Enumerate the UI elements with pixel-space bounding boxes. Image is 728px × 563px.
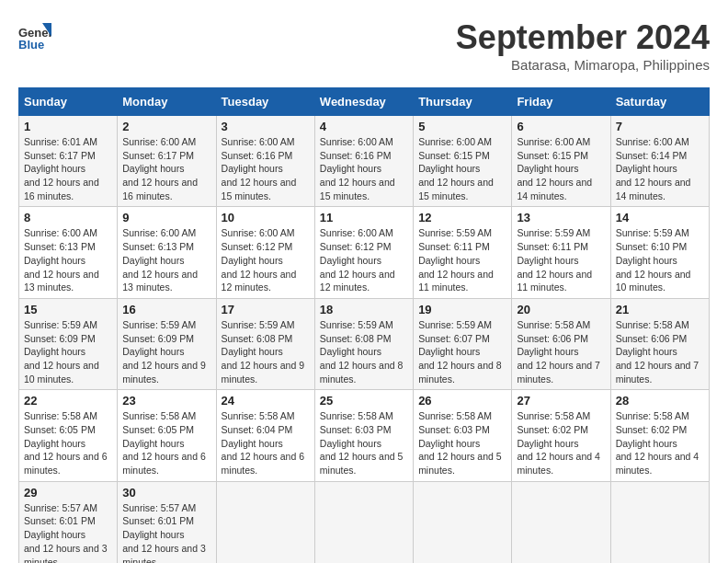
day-info: Sunrise: 5:59 AMSunset: 6:09 PMDaylight … xyxy=(122,319,206,385)
day-number: 28 xyxy=(616,394,704,408)
day-number: 13 xyxy=(517,211,605,224)
day-info: Sunrise: 5:57 AMSunset: 6:01 PMDaylight … xyxy=(122,502,206,563)
weekday-header-friday: Friday xyxy=(512,88,610,116)
table-row xyxy=(414,481,512,563)
day-number: 10 xyxy=(222,211,310,224)
day-number: 5 xyxy=(418,120,506,133)
day-number: 30 xyxy=(122,486,210,500)
table-row xyxy=(610,481,709,563)
table-row: 4Sunrise: 6:00 AMSunset: 6:16 PMDaylight… xyxy=(314,116,413,207)
day-number: 22 xyxy=(24,394,112,408)
svg-text:Blue: Blue xyxy=(18,38,44,52)
table-row: 1Sunrise: 6:01 AMSunset: 6:17 PMDaylight… xyxy=(19,116,118,207)
day-info: Sunrise: 6:00 AMSunset: 6:14 PMDaylight … xyxy=(616,136,691,201)
day-info: Sunrise: 5:57 AMSunset: 6:01 PMDaylight … xyxy=(24,502,108,563)
table-row: 30Sunrise: 5:57 AMSunset: 6:01 PMDayligh… xyxy=(118,481,216,563)
day-info: Sunrise: 5:58 AMSunset: 6:03 PMDaylight … xyxy=(320,410,404,476)
day-info: Sunrise: 5:58 AMSunset: 6:05 PMDaylight … xyxy=(24,410,108,476)
table-row: 8Sunrise: 6:00 AMSunset: 6:13 PMDaylight… xyxy=(19,207,118,298)
day-number: 19 xyxy=(418,303,506,316)
table-row: 23Sunrise: 5:58 AMSunset: 6:05 PMDayligh… xyxy=(118,390,216,481)
day-info: Sunrise: 5:58 AMSunset: 6:02 PMDaylight … xyxy=(616,410,700,476)
weekday-header-tuesday: Tuesday xyxy=(216,88,314,116)
day-info: Sunrise: 6:00 AMSunset: 6:15 PMDaylight … xyxy=(418,136,494,201)
table-row: 24Sunrise: 5:58 AMSunset: 6:04 PMDayligh… xyxy=(216,390,314,481)
day-number: 6 xyxy=(517,120,605,133)
day-number: 14 xyxy=(616,211,704,224)
day-info: Sunrise: 5:59 AMSunset: 6:08 PMDaylight … xyxy=(222,319,305,385)
location: Batarasa, Mimaropa, Philippines xyxy=(456,57,710,73)
day-number: 25 xyxy=(320,394,408,408)
weekday-header-monday: Monday xyxy=(118,88,216,116)
table-row: 10Sunrise: 6:00 AMSunset: 6:12 PMDayligh… xyxy=(216,207,314,298)
day-number: 20 xyxy=(517,303,605,316)
table-row: 7Sunrise: 6:00 AMSunset: 6:14 PMDaylight… xyxy=(610,116,709,207)
day-number: 3 xyxy=(222,120,310,133)
table-row: 28Sunrise: 5:58 AMSunset: 6:02 PMDayligh… xyxy=(610,390,709,481)
table-row: 19Sunrise: 5:59 AMSunset: 6:07 PMDayligh… xyxy=(414,298,512,389)
table-row: 13Sunrise: 5:59 AMSunset: 6:11 PMDayligh… xyxy=(512,207,610,298)
day-info: Sunrise: 5:59 AMSunset: 6:11 PMDaylight … xyxy=(418,227,494,293)
logo: General Blue xyxy=(18,18,55,52)
table-row: 27Sunrise: 5:58 AMSunset: 6:02 PMDayligh… xyxy=(512,390,610,481)
day-info: Sunrise: 5:58 AMSunset: 6:05 PMDaylight … xyxy=(122,410,206,476)
day-info: Sunrise: 5:59 AMSunset: 6:11 PMDaylight … xyxy=(517,227,592,293)
calendar-table: SundayMondayTuesdayWednesdayThursdayFrid… xyxy=(18,87,710,563)
day-info: Sunrise: 5:59 AMSunset: 6:07 PMDaylight … xyxy=(418,319,502,385)
title-block: September 2024 Batarasa, Mimaropa, Phili… xyxy=(456,18,710,73)
table-row: 6Sunrise: 6:00 AMSunset: 6:15 PMDaylight… xyxy=(512,116,610,207)
weekday-header-saturday: Saturday xyxy=(610,88,709,116)
day-info: Sunrise: 6:01 AMSunset: 6:17 PMDaylight … xyxy=(24,136,99,201)
day-info: Sunrise: 5:58 AMSunset: 6:06 PMDaylight … xyxy=(616,319,700,385)
day-number: 24 xyxy=(222,394,310,408)
weekday-header-sunday: Sunday xyxy=(19,88,118,116)
day-number: 18 xyxy=(320,303,408,316)
day-info: Sunrise: 5:58 AMSunset: 6:04 PMDaylight … xyxy=(222,410,305,476)
day-info: Sunrise: 5:58 AMSunset: 6:03 PMDaylight … xyxy=(418,410,502,476)
day-number: 17 xyxy=(222,303,310,316)
day-number: 2 xyxy=(122,120,210,133)
day-info: Sunrise: 6:00 AMSunset: 6:17 PMDaylight … xyxy=(122,136,198,201)
day-number: 9 xyxy=(122,211,210,224)
day-info: Sunrise: 6:00 AMSunset: 6:13 PMDaylight … xyxy=(24,227,99,293)
table-row: 2Sunrise: 6:00 AMSunset: 6:17 PMDaylight… xyxy=(118,116,216,207)
table-row: 12Sunrise: 5:59 AMSunset: 6:11 PMDayligh… xyxy=(414,207,512,298)
day-number: 8 xyxy=(24,211,112,224)
page-header: General Blue September 2024 Batarasa, Mi… xyxy=(18,18,710,73)
table-row xyxy=(216,481,314,563)
table-row xyxy=(512,481,610,563)
day-info: Sunrise: 6:00 AMSunset: 6:15 PMDaylight … xyxy=(517,136,592,201)
day-number: 4 xyxy=(320,120,408,133)
table-row: 26Sunrise: 5:58 AMSunset: 6:03 PMDayligh… xyxy=(414,390,512,481)
day-number: 12 xyxy=(418,211,506,224)
day-number: 21 xyxy=(616,303,704,316)
logo-icon: General Blue xyxy=(18,18,51,52)
day-info: Sunrise: 5:59 AMSunset: 6:10 PMDaylight … xyxy=(616,227,691,293)
day-info: Sunrise: 6:00 AMSunset: 6:12 PMDaylight … xyxy=(222,227,297,293)
month-title: September 2024 xyxy=(456,18,710,57)
day-number: 1 xyxy=(24,120,112,133)
day-info: Sunrise: 5:59 AMSunset: 6:09 PMDaylight … xyxy=(24,319,99,385)
day-number: 11 xyxy=(320,211,408,224)
table-row: 3Sunrise: 6:00 AMSunset: 6:16 PMDaylight… xyxy=(216,116,314,207)
day-info: Sunrise: 6:00 AMSunset: 6:12 PMDaylight … xyxy=(320,227,395,293)
table-row: 11Sunrise: 6:00 AMSunset: 6:12 PMDayligh… xyxy=(314,207,413,298)
table-row: 17Sunrise: 5:59 AMSunset: 6:08 PMDayligh… xyxy=(216,298,314,389)
day-info: Sunrise: 5:58 AMSunset: 6:02 PMDaylight … xyxy=(517,410,600,476)
day-number: 16 xyxy=(122,303,210,316)
day-number: 26 xyxy=(418,394,506,408)
day-number: 23 xyxy=(122,394,210,408)
day-info: Sunrise: 5:58 AMSunset: 6:06 PMDaylight … xyxy=(517,319,600,385)
day-number: 27 xyxy=(517,394,605,408)
day-number: 29 xyxy=(24,486,112,500)
day-info: Sunrise: 6:00 AMSunset: 6:16 PMDaylight … xyxy=(222,136,297,201)
table-row: 18Sunrise: 5:59 AMSunset: 6:08 PMDayligh… xyxy=(314,298,413,389)
table-row: 16Sunrise: 5:59 AMSunset: 6:09 PMDayligh… xyxy=(118,298,216,389)
table-row: 15Sunrise: 5:59 AMSunset: 6:09 PMDayligh… xyxy=(19,298,118,389)
weekday-header-wednesday: Wednesday xyxy=(314,88,413,116)
table-row xyxy=(314,481,413,563)
table-row: 9Sunrise: 6:00 AMSunset: 6:13 PMDaylight… xyxy=(118,207,216,298)
table-row: 14Sunrise: 5:59 AMSunset: 6:10 PMDayligh… xyxy=(610,207,709,298)
day-number: 7 xyxy=(616,120,704,133)
table-row: 5Sunrise: 6:00 AMSunset: 6:15 PMDaylight… xyxy=(414,116,512,207)
